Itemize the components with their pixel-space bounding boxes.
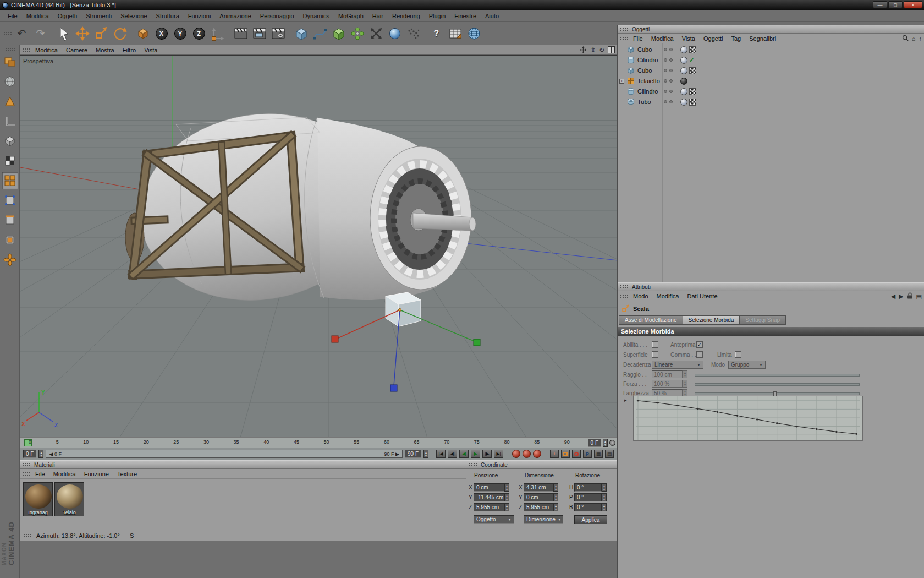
attributes-menu-item[interactable]: Modifica [653,292,683,300]
record-scale-button[interactable] [561,450,570,458]
record-parameter-button[interactable]: P [583,450,592,458]
menubar-item[interactable]: Oggetti [53,12,81,20]
object-name[interactable]: Tubo [637,99,651,105]
visibility-dots[interactable] [664,69,673,72]
curve-expand-icon[interactable]: ▸ [624,397,627,403]
texture-tag-icon[interactable] [689,99,696,106]
toggle-view-icon[interactable] [608,46,615,54]
gizmo-z-handle[interactable] [391,385,397,391]
move-tool-icon[interactable] [73,23,91,44]
object-row[interactable]: Tubo [618,97,924,107]
workplane-icon[interactable] [2,112,18,130]
gizmo-x-handle[interactable] [332,336,338,342]
stepper[interactable]: ▲▼ [602,493,607,501]
online-globe-icon[interactable] [465,23,483,44]
materials-grip[interactable] [22,472,31,476]
material-thumbnail[interactable]: Telaio [54,482,84,516]
abilita-checkbox[interactable] [652,341,658,348]
selected-cube[interactable] [386,292,421,326]
menubar-item[interactable]: MoGraph [334,12,368,20]
rotate-view-icon[interactable]: ↻ [599,47,604,53]
tab-selezione-morbida[interactable]: Selezione Morbida [683,315,740,325]
menubar-item[interactable]: Dynamics [299,12,334,20]
lock-x-button[interactable]: X [152,23,170,44]
rotation-h-field[interactable]: 0 ° [574,483,602,492]
viewport-menu-item[interactable]: Filtro [119,46,140,54]
visibility-dots[interactable] [664,79,673,83]
dimension-x-field[interactable]: 4.31 cm [524,483,553,492]
previous-frame-button[interactable]: ◀ [459,450,469,458]
menubar-item[interactable]: Selezione [116,12,151,20]
menubar-item[interactable]: Plugin [425,12,450,20]
anteprima-checkbox[interactable]: ✓ [696,341,703,348]
menubar-item[interactable]: Personaggio [256,12,299,20]
panel-options-icon[interactable]: ▤ [916,293,922,299]
menubar-item[interactable]: Aiuto [481,12,503,20]
stepper[interactable]: ▲▼ [504,503,509,511]
live-selection-icon[interactable] [54,23,73,44]
stepper[interactable]: ▲▼ [602,483,607,492]
phong-tag-icon[interactable] [680,88,688,95]
objects-menu-item[interactable]: Segnalibri [745,35,780,42]
pan-view-icon[interactable] [580,46,587,54]
object-row[interactable]: + Telaietto [618,76,924,86]
panel-grip[interactable] [620,27,629,31]
redo-button[interactable]: ↷ [31,23,50,44]
keyframe-selection-button[interactable] [533,450,541,458]
object-row[interactable]: Cilindro [618,86,924,97]
stepper[interactable]: ▲▼ [602,503,607,511]
forza-stepper[interactable]: ▲▼ [683,380,688,388]
last-tool-icon[interactable] [134,23,152,44]
material-tag-icon[interactable] [680,78,688,85]
home-icon[interactable]: ⌂ [912,36,916,42]
texture-tag-icon[interactable] [689,88,696,95]
play-forward-button[interactable]: ▶ [471,450,480,458]
snap-settings-button[interactable]: ▦ [594,450,603,458]
viewport-menu-item[interactable]: Camere [62,46,91,54]
object-name[interactable]: Cubo [637,46,652,53]
edges-mode-icon[interactable] [2,211,18,229]
apply-button[interactable]: Applica [574,515,607,524]
close-button[interactable]: × [904,1,922,8]
viewport-grip[interactable] [22,48,31,52]
next-key-button[interactable]: |▶ [482,450,492,458]
end-frame-stepper[interactable]: ▲▼ [424,450,428,458]
go-to-start-button[interactable]: |◀ [436,450,446,458]
add-particles-icon[interactable] [404,23,422,44]
superficie-checkbox[interactable] [652,351,658,358]
previous-key-button[interactable]: ◀| [448,450,457,458]
rotation-p-field[interactable]: 0 ° [574,493,602,501]
panel-grip[interactable] [22,462,31,467]
stepper[interactable]: ▲▼ [504,483,509,492]
section-header[interactable]: Selezione Morbida [618,327,924,336]
panel-grip[interactable] [469,462,477,467]
stepper[interactable]: ▲▼ [553,503,558,511]
toolbar-grip[interactable] [3,31,12,36]
stepper[interactable]: ▲▼ [553,483,558,492]
ruler-options-icon[interactable] [609,440,615,446]
phong-tag-icon[interactable] [680,67,688,74]
object-mode-dropdown[interactable]: Oggetto▼ [474,515,514,524]
larghezza-slider[interactable] [695,392,860,395]
search-icon[interactable] [902,35,909,42]
add-cube-icon[interactable] [292,23,310,44]
panel-grip[interactable] [620,285,629,289]
history-back-icon[interactable]: ◀ [891,293,895,299]
start-frame-stepper[interactable]: ▲▼ [38,450,43,458]
modo-dropdown[interactable]: Gruppo▼ [728,361,766,369]
objects-grip[interactable] [620,36,629,41]
range-left-arrow-icon[interactable]: ◀ [49,451,54,457]
objects-menu-item[interactable]: Vista [678,35,699,42]
record-keyframe-button[interactable] [512,450,520,458]
history-forward-icon[interactable]: ▶ [899,293,903,299]
record-rotation-button[interactable] [572,450,581,458]
materials-menu-item[interactable]: Modifica [50,470,80,478]
dolly-view-icon[interactable]: ⇕ [590,47,596,53]
titlebar[interactable]: CINEMA 4D (64 Bit) - [Senza Titolo 3 *] … [0,0,924,10]
raggio-slider[interactable] [695,374,860,377]
rotate-tool-icon[interactable] [111,23,129,44]
object-mode-icon[interactable] [2,172,18,189]
visibility-dots[interactable] [664,90,673,93]
end-frame-field[interactable]: 90 F [405,450,421,458]
add-array-icon[interactable] [348,23,366,44]
